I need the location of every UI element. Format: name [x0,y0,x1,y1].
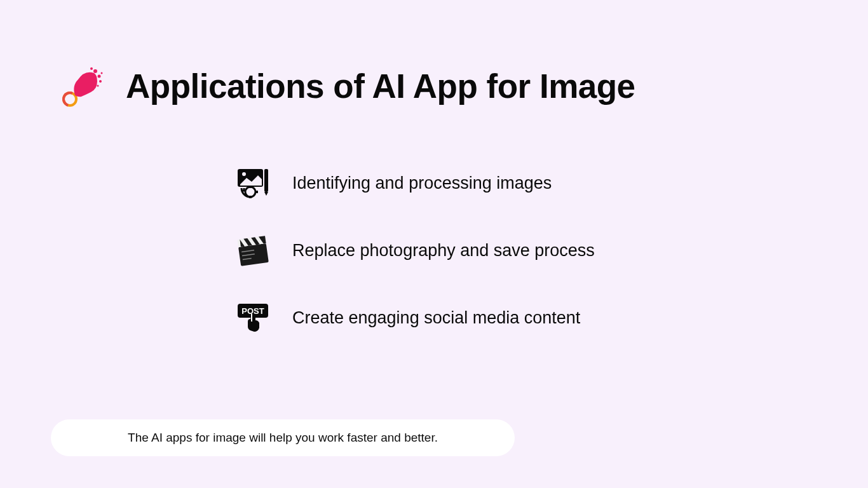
svg-point-7 [101,72,103,74]
list-item-label: Create engaging social media content [292,308,580,328]
logo-icon [62,64,107,108]
list-item: POST Create engaging social media conten… [235,300,868,336]
svg-rect-12 [249,186,252,188]
footer-text: The AI apps for image will help you work… [95,431,470,445]
svg-rect-13 [249,196,252,198]
clapperboard-icon [235,233,271,268]
post-click-icon: POST [235,300,271,336]
list-item-label: Replace photography and save process [292,241,595,261]
svg-rect-15 [238,243,269,266]
list-item-label: Identifying and processing images [292,173,552,193]
svg-point-2 [93,69,97,73]
svg-point-4 [99,80,102,83]
svg-point-11 [245,187,255,197]
svg-point-5 [90,67,93,70]
applications-list: Identifying and processing images Rep [235,165,868,336]
svg-point-3 [98,75,101,78]
list-item: Replace photography and save process [235,233,868,268]
header: Applications of AI App for Image [0,0,868,108]
svg-point-9 [242,172,246,176]
svg-point-6 [97,85,99,87]
svg-rect-14 [255,191,258,193]
page-title: Applications of AI App for Image [126,67,635,105]
image-processing-icon [235,165,271,201]
footer-note: The AI apps for image will help you work… [51,419,515,456]
svg-text:POST: POST [241,306,264,316]
list-item: Identifying and processing images [235,165,868,201]
svg-rect-10 [264,169,268,192]
